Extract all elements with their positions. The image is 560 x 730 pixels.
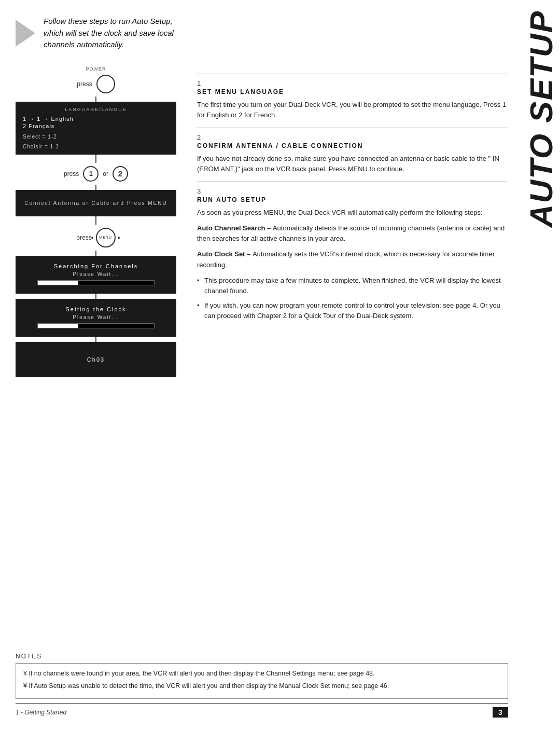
searching-screen: Searching For Channels Please Wait... xyxy=(16,256,176,294)
triangle-icon xyxy=(16,20,35,47)
divider-2 xyxy=(197,128,507,128)
diagram-column: POWER press LANGUAGE/LANGUE 1 → English … xyxy=(16,66,176,377)
step1-title: SET MENU LANGUAGE xyxy=(197,88,507,95)
clock-line2: Please Wait... xyxy=(23,314,169,320)
intro-text: Follow these steps to run Auto Setup, wh… xyxy=(44,16,174,51)
step2-title: CONFIRM ANTENNA / CABLE CONNECTION xyxy=(197,142,507,149)
step3-number: 3 xyxy=(197,187,507,195)
press-menu-row: press MENU xyxy=(16,228,176,247)
press-power-row: press xyxy=(16,75,176,93)
searching-line2: Please Wait... xyxy=(23,271,169,277)
step1-number: 1 xyxy=(197,79,507,87)
menu-button[interactable]: MENU xyxy=(96,228,116,247)
step3-title: RUN AUTO SETUP xyxy=(197,196,507,203)
searching-progress-fill xyxy=(38,281,78,285)
screen1-item2: 2 Français xyxy=(23,122,169,130)
clock-progress-fill xyxy=(38,324,78,328)
screen1-select2: Choisir = 1-2 xyxy=(23,144,169,149)
notes-section: NOTES ¥ If no channels were found in you… xyxy=(16,653,508,699)
footer-chapter: 1 - Getting Started xyxy=(16,709,493,716)
power-button[interactable] xyxy=(96,75,115,93)
bullet-1: This procedure may take a few minutes to… xyxy=(197,276,507,296)
language-screen: LANGUAGE/LANGUE 1 → English 2 Français S… xyxy=(16,102,176,155)
searching-line1: Searching For Channels xyxy=(23,263,169,269)
vertical-title-text: AUTO SETUP xyxy=(524,10,559,227)
button-1[interactable]: 1 xyxy=(83,166,99,182)
antenna-screen: Connect Antenna or Cable and Press MENU xyxy=(16,190,176,216)
screen2-text: Connect Antenna or Cable and Press MENU xyxy=(23,195,169,211)
clock-line1: Setting the Clock xyxy=(23,306,169,312)
step2-text: If you have not already done so, make su… xyxy=(197,154,507,174)
notes-box: ¥ If no channels were found in your area… xyxy=(16,663,508,699)
step3-intro: As soon as you press MENU, the Dual-Deck… xyxy=(197,208,507,218)
steps-column: 1 SET MENU LANGUAGE The first time you t… xyxy=(197,66,507,327)
screen1-item1: 1 → English xyxy=(23,115,169,122)
bullet-2: If you wish, you can now program your re… xyxy=(197,300,507,321)
note2: ¥ If Auto Setup was unable to detect the… xyxy=(23,681,500,691)
power-label: POWER xyxy=(16,66,176,72)
ch-display: Ch03 xyxy=(23,347,169,372)
step1-text: The first time you turn on your Dual-Dec… xyxy=(197,100,507,120)
button-2[interactable]: 2 xyxy=(113,166,128,182)
notes-title: NOTES xyxy=(16,653,508,660)
screen1-select1: Select = 1-2 xyxy=(23,134,169,140)
main-content: Follow these steps to run Auto Setup, wh… xyxy=(0,0,523,730)
press-12-row: press 1 or 2 xyxy=(16,166,176,182)
intro-section: Follow these steps to run Auto Setup, wh… xyxy=(16,16,507,51)
clock-screen: Setting the Clock Please Wait... xyxy=(16,299,176,337)
clock-progress xyxy=(37,323,155,328)
divider-3 xyxy=(197,182,507,182)
screen1-title: LANGUAGE/LANGUE xyxy=(23,107,169,112)
two-column-layout: POWER press LANGUAGE/LANGUE 1 → English … xyxy=(16,66,507,377)
note1: ¥ If no channels were found in your area… xyxy=(23,669,500,679)
step2-number: 2 xyxy=(197,133,507,141)
step3-bullets: This procedure may take a few minutes to… xyxy=(197,276,507,322)
searching-progress xyxy=(37,280,155,285)
divider-1 xyxy=(197,74,507,74)
vertical-title: AUTO SETUP xyxy=(523,0,560,685)
footer-page: 3 xyxy=(493,707,508,718)
step3-sub1: Auto Channel Search – Automatically dete… xyxy=(197,223,507,244)
footer: 1 - Getting Started 3 xyxy=(16,703,508,718)
ch-screen: Ch03 xyxy=(16,342,176,377)
step3-sub2: Auto Clock Set – Automatically sets the … xyxy=(197,249,507,270)
